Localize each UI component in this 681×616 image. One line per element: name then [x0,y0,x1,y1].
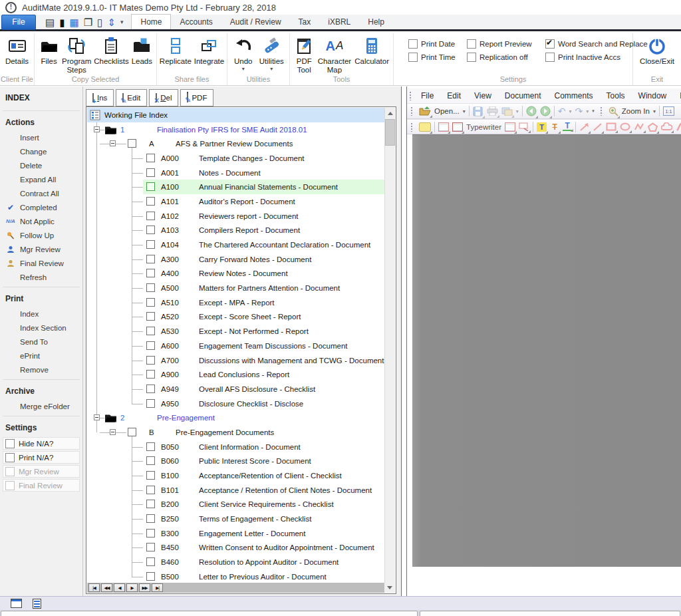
tree-item-row[interactable]: A500Matters for Partners Attention - Doc… [87,281,384,295]
tree-item-row[interactable]: A510Except - MPA - Report [87,295,384,310]
tab-tax[interactable]: Tax [290,15,320,29]
redo-viewer-dropdown-icon[interactable]: ▾ [586,108,589,114]
line-tool-icon[interactable] [593,122,603,132]
sidebar-item-remove[interactable]: Remove [0,363,82,377]
cloud-tool-icon[interactable] [661,122,672,131]
tab-audit-review[interactable]: Audit / Review [221,15,290,29]
checkbox-icon[interactable] [408,39,418,49]
tree-toolbar-del-button[interactable]: ✕Del [149,89,178,106]
tree-checkbox[interactable] [146,255,155,263]
tree-item-row[interactable]: A104The Chartered Accountant Declaration… [87,237,384,252]
sidebar-item-completed[interactable]: ✔Completed [0,200,82,214]
tree-item-row[interactable]: A102Reviewers report - Document [87,209,384,224]
tree-item-row[interactable]: A530Except - Not Performed - Report [87,324,384,339]
checkbox-icon[interactable] [408,53,418,62]
file-tab-button[interactable]: File [1,15,36,30]
tree-vertical-scrollbar[interactable] [384,108,395,583]
document-icon[interactable]: ▯ [97,17,102,27]
sidebar-item-eprint[interactable]: ePrint [0,349,82,363]
tree-toolbar-pdf-button[interactable]: ✎PDF [180,89,213,106]
close-exit-button[interactable]: Close/Exit [637,35,677,66]
tree-checkbox[interactable] [146,269,155,277]
utilities-dropdown-icon[interactable]: ▾ [270,67,273,73]
tree-checkbox[interactable] [146,240,155,249]
qat-customize-icon[interactable]: ▾ [120,19,124,25]
settings-checkbox-1[interactable]: Print Time [408,53,467,62]
report-icon[interactable]: ▤ [45,17,55,27]
ellipse-tool-icon[interactable] [620,122,630,131]
tree-item-row[interactable]: B460Resolution to Appoint Auditor - Docu… [87,555,384,569]
tree-checkbox[interactable] [146,341,155,350]
utilities-button[interactable]: Utilities ▾ [258,35,285,72]
tree-item-row[interactable]: A600Engagement Team Discussions - Docume… [87,339,384,353]
tree-item-row[interactable]: A520Except - Score Sheet - Report [87,310,384,325]
tab-accounts[interactable]: Accounts [171,15,221,29]
replicate-button[interactable]: Replicate [160,35,192,66]
tree-checkbox[interactable] [146,283,155,292]
tree-toolbar-ins-button[interactable]: +Ins [86,89,114,106]
nav-prev-button[interactable]: ◀ [114,583,125,592]
zoom-in-label[interactable]: Zoom In [622,107,650,115]
tree-item-row[interactable]: A100Annual Financial Statements - Docume… [87,180,384,194]
tree-checkbox[interactable] [146,370,155,379]
tree-checkbox[interactable] [146,529,155,538]
tree-item-row[interactable]: A300Carry Forward Notes - Document [87,252,384,267]
menubar-grip-icon[interactable] [409,91,412,100]
undo-button[interactable]: Undo ▾ [231,35,255,72]
nav-next-button[interactable]: ▶ [126,583,138,592]
tree-item-row[interactable]: B200Client Service Requirements - Checkl… [87,498,384,512]
sidebar-item-insert[interactable]: Insert [0,130,82,144]
sidebar-item-contract-all[interactable]: Contract All [0,186,82,200]
tree-checkbox[interactable] [146,543,155,551]
polygon-tool-icon[interactable] [648,122,658,132]
go-back-icon[interactable] [526,106,537,116]
tab-help[interactable]: Help [359,15,393,29]
nav-first-button[interactable]: |◀ [88,583,100,592]
sidebar-checkbox-print-n-a-[interactable]: Print N/A? [3,451,80,464]
sidebar-item-merge-efolder[interactable]: Merge eFolder [0,399,82,413]
tree-item-row[interactable]: A949Overall AFS Disclosure - Checklist [87,382,384,396]
copy-pages-icon[interactable]: ❐ [84,17,92,27]
sidebar-item-follow-up[interactable]: Follow Up [0,228,82,242]
tree-section-row[interactable]: AAFS & Partner Review Documents [87,136,384,151]
sticky-note-icon[interactable] [419,122,431,132]
tree-section-row[interactable]: BPre-Engagement Documents [87,425,384,440]
open-label[interactable]: Open... [434,107,460,115]
tree-checkbox[interactable] [146,442,155,451]
viewer-menu-edit[interactable]: Edit [440,91,468,100]
sidebar-item-index[interactable]: Index [0,307,82,321]
tree-item-row[interactable]: A000Template Changes - Document [87,151,384,166]
details-button[interactable]: Details [5,35,29,66]
callout-arrow-icon[interactable] [519,122,529,131]
text-callout-icon[interactable] [505,122,515,132]
pdf-document-area[interactable] [412,134,681,567]
sidebar-item-expand-all[interactable]: Expand All [0,172,82,186]
tree-checkbox[interactable] [146,226,155,234]
sync-arrows-icon[interactable]: ⇕ [107,17,116,27]
tree-root-row[interactable]: Working File Index [87,108,384,122]
tree-checkbox[interactable] [128,139,136,148]
database-icon[interactable]: ▮ [59,17,65,27]
tree-checkbox[interactable] [146,500,155,508]
tree-checkbox[interactable] [146,514,155,523]
actual-size-icon[interactable]: 1:1 [663,106,674,116]
tree-item-row[interactable]: A700Discussions with Management and TCWG… [87,353,384,368]
tree-item-row[interactable]: B050Client Information - Document [87,440,384,454]
panel-splitter[interactable] [401,86,407,596]
tab-ixbrl[interactable]: iXBRL [319,15,359,29]
settings-checkbox-2[interactable]: Report Preview [467,39,545,49]
strikeout-text-icon[interactable]: T [550,122,559,132]
nav-fast-next-button[interactable]: ▶▶ [139,583,150,592]
tree-item-row[interactable]: B060Public Interest Score - Document [87,454,384,469]
export-icon[interactable] [501,106,513,116]
highlight-text-icon[interactable]: T [537,122,547,132]
window-view-icon[interactable] [11,599,22,608]
sidebar-checkbox-hide-n-a-[interactable]: Hide N/A? [3,437,80,450]
leads-button[interactable]: Leads [132,35,152,66]
nav-last-button[interactable]: ▶| [152,583,163,592]
tree-checkbox[interactable] [146,182,155,191]
program-steps-button[interactable]: Program Steps [62,35,91,74]
tree-checkbox[interactable] [146,356,155,365]
tree-checkbox[interactable] [146,456,155,465]
sidebar-item-final-review[interactable]: Final Review [0,256,82,270]
